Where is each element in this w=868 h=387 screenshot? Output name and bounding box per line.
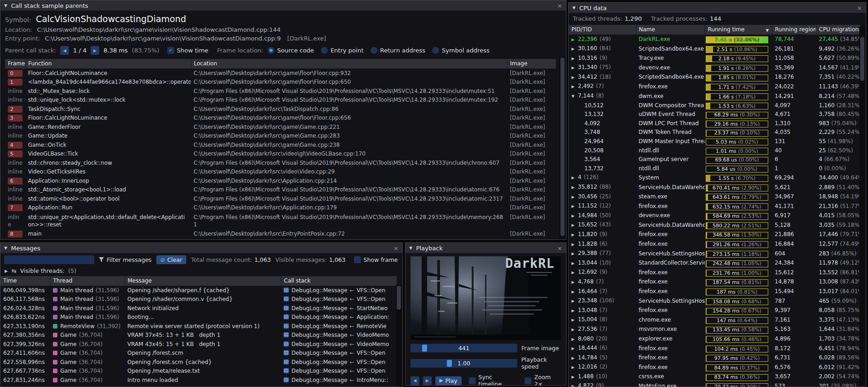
cpu-process-row[interactable]: ▶11,152(12) firefox.exe 632.15 ms(2.74%)…: [569, 202, 860, 211]
scrollbar-thumb[interactable]: [397, 286, 401, 310]
expand-icon[interactable]: ▶: [571, 316, 578, 325]
expand-icon[interactable]: ▶: [571, 64, 578, 73]
expand-icon[interactable]: ▶: [571, 259, 578, 268]
cpu-process-row[interactable]: ▶30,160(84) ScriptedSandbox64.exe 2.51 s…: [569, 44, 860, 54]
expand-icon[interactable]: ▶: [571, 212, 578, 221]
message-callstack[interactable]: DebugLog::Message←VideoMemo: [281, 340, 397, 349]
next-frame-button[interactable]: ▶: [423, 376, 432, 385]
message-callstack[interactable]: DebugLog::Message←VFS::Open: [281, 358, 397, 367]
cpu-process-row[interactable]: ▶29,388(77) ServiceHub.SettingsHost 273.…: [569, 249, 860, 259]
callstack-frame-row[interactable]: 2 TaskDispatch::Sync C:\Users\wolf\Deskt…: [5, 105, 556, 114]
expand-icon[interactable]: ▶: [571, 193, 578, 202]
visible-threads-header[interactable]: ▶ ⇆ Visible threads: (5): [0, 266, 402, 276]
close-icon[interactable]: ×: [557, 3, 562, 9]
callstack-scrollbar[interactable]: [560, 57, 565, 239]
callstack-frame-row[interactable]: inline Video::GetTicksHiRes C:\Users\wol…: [5, 168, 556, 177]
cpu-process-row[interactable]: ▶22,396(49) DarkRL.exe 7.41 s(32.06%) 78…: [569, 35, 860, 44]
cpu-process-row[interactable]: ▶31,340(75) devenv.exe 1.91 s(8.26%) 35,…: [569, 63, 860, 73]
col-header-name[interactable]: Name: [636, 25, 705, 35]
expand-icon[interactable]: ▶: [571, 363, 578, 372]
cpu-process-row[interactable]: 24,964 DWM Master Input Threa 5.03 ms(0.…: [569, 137, 860, 146]
cpu-process-row[interactable]: ▶23,348(106) ServiceHub.SettingsHost 158…: [569, 296, 860, 306]
zoom-2x-checkbox[interactable]: Zoom 2×: [525, 374, 561, 386]
cpu-process-row[interactable]: ▼7,144(8) dwm.exe 1.66 s(7.18%) 14,291 8…: [569, 92, 860, 101]
col-header-cpu-migrations[interactable]: CPU migrations: [816, 25, 860, 35]
cpu-process-row[interactable]: ▶13,048(7) firefox.exe 154.28 ms(0.67%) …: [569, 306, 860, 316]
col-header-running-time[interactable]: Running time▼: [705, 25, 772, 35]
collapse-arrow-icon[interactable]: ▼: [4, 246, 7, 250]
frame-location-radio[interactable]: Entry point: [321, 47, 364, 54]
message-row[interactable]: 606,117,568ns Main thread(31,596) Openin…: [0, 295, 397, 304]
cpu-process-row[interactable]: ▶4(126) System 1.55 s(6.70%) 69,294 34,4…: [569, 173, 860, 183]
messages-titlebar[interactable]: ▼ Messages ×: [0, 243, 402, 253]
message-row[interactable]: 627,380,356ns Game(36,704) VRAM 37x45: 1…: [0, 331, 397, 340]
close-icon[interactable]: ×: [394, 245, 399, 251]
message-row[interactable]: 627,831,246ns Game(36,704) Intro menu lo…: [0, 376, 397, 385]
expand-icon[interactable]: ▶: [571, 45, 578, 54]
cpu-process-row[interactable]: ▶4,872(9) MsMpEng.exe 70.22 ms(0.30%) 57…: [569, 381, 860, 387]
cpu-process-row[interactable]: ▶12,016(2) firefox.exe 84.89 ms(0.37%) 6…: [569, 363, 860, 372]
expand-icon[interactable]: ▶: [571, 231, 578, 240]
cpu-process-row[interactable]: 3,748 DWM Token Thread 23.37 ms(0.10%) 4…: [569, 128, 860, 137]
message-callstack[interactable]: DebugLog::Message←VideoMemo: [281, 331, 397, 340]
frame-image-slider[interactable]: 441: [411, 344, 517, 352]
message-row[interactable]: 626,833,622ns Main thread(31,596) Bootin…: [0, 313, 397, 322]
callstack-frame-row[interactable]: inline std::chrono::steady_clock::now C:…: [5, 159, 556, 168]
callstack-doc-icon[interactable]: [284, 314, 289, 319]
cpu-process-row[interactable]: ▶18,444(6) firefox.exe 104.2 ms(0.45%) 8…: [569, 344, 860, 353]
cpu-process-row[interactable]: ▶15,004(8) chrome.exe 147 ms(0.64%) 7,16…: [569, 315, 860, 325]
cpu-process-row[interactable]: ▶16,464(7) firefox.exe 187 ms(0.81%) 15,…: [569, 287, 860, 297]
playback-speed-slider[interactable]: 1.00: [411, 359, 517, 368]
callstack-doc-icon[interactable]: [284, 350, 289, 355]
callstack-frame-row[interactable]: 8 main C:\Users\wolf\Desktop\darkrl\src\…: [5, 230, 556, 239]
messages-scrollbar[interactable]: [396, 285, 402, 386]
message-callstack[interactable]: DebugLog::Message←VFS::Open: [281, 295, 397, 304]
close-icon[interactable]: ×: [557, 245, 562, 251]
col-header-pid-tid[interactable]: PID/TID: [569, 25, 636, 35]
expand-icon[interactable]: ▶: [571, 73, 578, 82]
cpu-process-row[interactable]: ▶8,080(20) explorer.exe 105.66 ms(0.46%)…: [569, 335, 860, 344]
callstack-doc-icon[interactable]: [284, 323, 289, 329]
callstack-frame-row[interactable]: inline std::_Atomic_storage<bool,1>::loa…: [5, 185, 556, 195]
cpu-process-row[interactable]: 4,092 DWM LPC Port Thread 29.16 ms(0.13%…: [569, 119, 860, 128]
callstack-frame-row[interactable]: 6 Application::InnerLoop C:\Users\wolf\D…: [5, 177, 556, 186]
cpu-process-row[interactable]: ▶4,768(7) firefox.exe 187.54 ms(0.81%) 1…: [569, 277, 860, 287]
collapse-arrow-icon[interactable]: ▼: [572, 6, 576, 10]
expand-icon[interactable]: ▶: [571, 268, 578, 277]
scrollbar-thumb[interactable]: [860, 37, 864, 81]
clear-button[interactable]: ⊘ Clear: [156, 255, 187, 264]
cpu-process-row[interactable]: ▶12,692(9) firefox.exe 231.76 ms(1.00%) …: [569, 268, 860, 277]
expand-icon[interactable]: ▶: [571, 82, 578, 92]
message-filter-input[interactable]: [4, 255, 94, 264]
callstack-frame-row[interactable]: inline Game::Update C:\Users\wolf\Deskto…: [5, 132, 556, 141]
cpu-process-row[interactable]: ▶27,536(7) msvsmon.exe 133.45 ms(0.58%) …: [569, 325, 860, 335]
expand-icon[interactable]: ▶: [571, 240, 578, 249]
frame-location-radio[interactable]: Return address: [371, 47, 425, 54]
cpu-process-row[interactable]: ▶2,492(7) firefox.exe 1.71 s(7.42%) 24,0…: [569, 82, 860, 92]
expand-icon[interactable]: ▶: [571, 335, 578, 344]
play-button[interactable]: ▶ Play: [435, 376, 462, 385]
message-row[interactable]: 627,399,326ns Game(36,704) VRAM 43x45: 1…: [0, 340, 397, 349]
prev-frame-button[interactable]: ◀: [411, 376, 419, 385]
message-callstack[interactable]: DebugLog::Message←VFS::Open: [281, 349, 397, 358]
callstack-doc-icon[interactable]: [284, 341, 289, 347]
expand-icon[interactable]: ▶: [571, 306, 578, 316]
callstack-frame-row[interactable]: 7 Application::Run C:\Users\wolf\Desktop…: [5, 203, 556, 213]
callstack-doc-icon[interactable]: [284, 377, 289, 382]
cpu-titlebar[interactable]: ▼ CPU data ×: [569, 3, 866, 13]
message-row[interactable]: 606,049,398ns Main thread(31,596) Openin…: [0, 286, 397, 295]
cpu-scrollbar[interactable]: [859, 27, 865, 386]
callstack-doc-icon[interactable]: [284, 359, 289, 364]
collapse-arrow-icon[interactable]: ▼: [4, 3, 7, 8]
callstack-doc-icon[interactable]: [284, 296, 289, 301]
expand-icon[interactable]: ▶: [571, 382, 578, 387]
callstack-frame-row[interactable]: inline Game::RenderFloor C:\Users\wolf\D…: [5, 123, 556, 132]
sync-timeline-checkbox[interactable]: Sync timeline: [469, 374, 517, 386]
message-callstack[interactable]: DebugLog::Message←RemoteVie: [281, 322, 397, 331]
message-row[interactable]: 627,411,606ns Game(36,704) Opening /fore…: [0, 349, 397, 358]
message-callstack[interactable]: DebugLog::Message←VFS::Open: [281, 367, 397, 376]
message-row[interactable]: 627,667,736ns Game(36,704) Opening /meta…: [0, 367, 397, 376]
cpu-process-row[interactable]: ▶13,044(10) StandardCollector.Servic 242…: [569, 259, 860, 268]
callstack-frame-row[interactable]: 5 VideoGLBase::Tick C:\Users\wolf\Deskto…: [5, 150, 556, 159]
cpu-process-row[interactable]: 20,508 ntdll.dll 1.01 ms(0.00%) 40 25(62…: [569, 146, 860, 156]
